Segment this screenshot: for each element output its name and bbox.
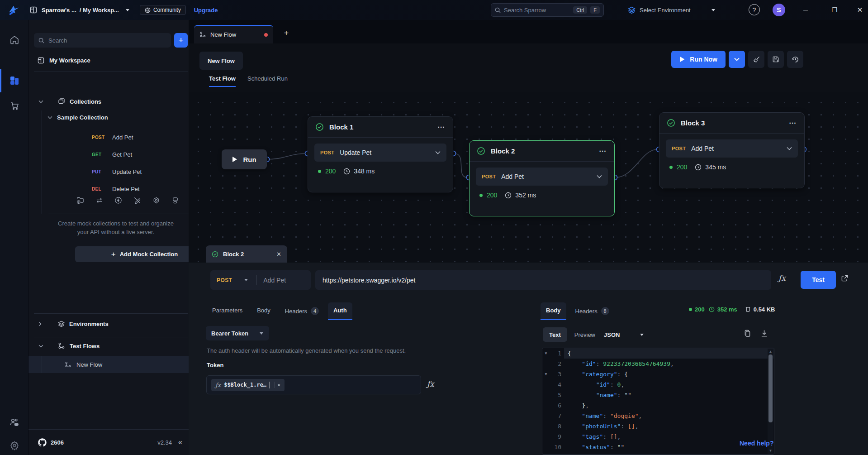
global-search-input[interactable]: Search Sparrow Ctrl F [491, 3, 604, 17]
robot-icon[interactable] [171, 196, 179, 204]
community-badge[interactable]: Community [140, 5, 186, 15]
collection-item[interactable]: Sample Collection [47, 114, 108, 121]
flow-block-1[interactable]: Block 1⋯POSTUpdate Pet200348 ms [308, 116, 453, 192]
url-dynamic-expression-button[interactable]: ƒx [778, 273, 786, 283]
block-request-selector[interactable]: POSTAdd Pet [666, 139, 798, 158]
fold-toggle-icon[interactable]: ▼ [542, 372, 550, 376]
token-expression-chip[interactable]: ƒx $$Block_1.re… ✕ [211, 379, 285, 391]
sidebar-search-input[interactable]: Search [34, 33, 171, 48]
run-options-button[interactable] [729, 51, 745, 68]
mode-preview[interactable]: Preview [573, 331, 597, 338]
workspace-title-row[interactable]: My Workspace [38, 57, 90, 64]
copy-icon[interactable] [744, 330, 751, 337]
collapse-sidebar-button[interactable]: « [178, 438, 182, 446]
block-request-selector[interactable]: POSTUpdate Pet [314, 144, 446, 162]
open-external-icon[interactable] [841, 275, 848, 282]
mode-text[interactable]: Text [543, 327, 567, 342]
request-tab-body[interactable]: Body [251, 302, 276, 319]
selected-block-chip[interactable]: Block 2 ✕ [206, 245, 287, 263]
request-item-delete-pet[interactable]: DELDelete Pet [92, 182, 140, 196]
flow-list-item-selected[interactable]: New Flow [28, 356, 189, 373]
avatar[interactable]: S [773, 4, 785, 16]
window-maximize-button[interactable]: ❐ [824, 0, 845, 20]
flow-block-3[interactable]: Block 3⋯POSTAdd Pet200345 ms [659, 112, 805, 188]
scroll-up-icon[interactable]: ▲ [768, 350, 773, 354]
collections-nav-button[interactable] [0, 71, 28, 91]
token-input[interactable]: ƒx $$Block_1.re… ✕ [206, 375, 421, 394]
run-now-button[interactable]: Run Now [671, 51, 726, 68]
token-expression-value: $$Block_1.re… [224, 382, 266, 388]
marketplace-nav-button[interactable] [0, 96, 28, 116]
block-menu-button[interactable]: ⋯ [437, 123, 446, 131]
request-tab-headers[interactable]: Headers4 [280, 302, 324, 321]
auth-type-selector[interactable]: Bearer Token [206, 326, 269, 340]
tab-scheduled-run[interactable]: Scheduled Run [247, 75, 288, 87]
save-button[interactable] [768, 51, 784, 68]
breadcrumb-workspace[interactable]: Sparrow's ... [42, 7, 76, 14]
divider [256, 275, 257, 285]
response-tab-body[interactable]: Body [541, 302, 566, 320]
layers-icon [628, 6, 636, 14]
response-tab-headers[interactable]: Headers8 [570, 302, 615, 321]
flow-name-chip[interactable]: New Flow [199, 52, 243, 70]
chevron-down-icon [734, 57, 740, 61]
download-icon[interactable] [761, 330, 768, 337]
request-item-get-pet[interactable]: GETGet Pet [92, 147, 132, 162]
flow-canvas[interactable]: Run Block 1⋯POSTUpdate Pet200348 msBlock… [189, 92, 868, 263]
history-button[interactable] [787, 51, 803, 68]
block-request-selector[interactable]: POSTAdd Pet [476, 168, 608, 186]
globe-icon [145, 7, 151, 13]
window-close-button[interactable]: ✕ [849, 0, 868, 20]
code-content: "tags": [], [568, 433, 621, 440]
test-flows-section-header[interactable]: Test Flows [38, 342, 100, 350]
breadcrumb-chevron-icon[interactable] [125, 9, 130, 12]
block-menu-button[interactable]: ⋯ [599, 147, 607, 155]
tab-label: Body [546, 307, 561, 314]
request-item-add-pet[interactable]: POSTAdd Pet [92, 130, 133, 145]
request-tab-auth[interactable]: Auth [328, 302, 352, 320]
github-stars[interactable]: 2606 [38, 438, 64, 447]
request-tab-parameters[interactable]: Parameters [207, 302, 248, 319]
response-body-editor[interactable]: ▼1{2 "id": 9223372036854764939,▼3 "categ… [542, 348, 774, 455]
new-tab-button[interactable]: + [280, 26, 293, 40]
token-dynamic-expression-button[interactable]: ƒx [427, 379, 434, 388]
community-nav-button[interactable] [0, 412, 28, 432]
clear-canvas-button[interactable] [748, 51, 764, 68]
window-minimize-button[interactable]: ─ [795, 0, 816, 20]
swap-arrows-icon[interactable] [95, 196, 103, 204]
bell-icon[interactable] [152, 196, 160, 204]
scroll-down-icon[interactable]: ▼ [768, 449, 773, 453]
request-item-update-pet[interactable]: PUTUpdate Pet [92, 164, 142, 179]
home-nav-button[interactable] [0, 30, 28, 50]
environment-selector[interactable]: Select Environment [628, 0, 716, 20]
gear-icon [9, 441, 19, 450]
need-help-link[interactable]: Need help? [740, 440, 773, 447]
mode-json[interactable]: JSON [602, 331, 621, 338]
test-button[interactable]: Test [801, 271, 836, 289]
chevron-down-icon[interactable] [640, 333, 644, 336]
tab-new-flow[interactable]: New Flow [194, 25, 273, 43]
new-item-button[interactable]: + [174, 33, 188, 48]
close-icon[interactable]: ✕ [276, 251, 281, 258]
method-selector[interactable]: POST Add Pet [210, 270, 311, 290]
run-node[interactable]: Run [222, 149, 267, 169]
upgrade-link[interactable]: Upgrade [194, 7, 218, 14]
scrollbar[interactable]: ▲ ▼ [768, 349, 773, 454]
fold-toggle-icon[interactable]: ▼ [542, 351, 550, 355]
help-button[interactable]: ? [749, 4, 760, 15]
remove-expression-icon[interactable]: ✕ [274, 382, 280, 388]
url-input[interactable]: https://petstore.swagger.io/v2/pet [315, 270, 771, 290]
tab-test-flow[interactable]: Test Flow [209, 75, 236, 87]
block-menu-button[interactable]: ⋯ [789, 119, 797, 127]
collections-section-header[interactable]: Collections [38, 98, 101, 105]
settings-nav-button[interactable] [0, 436, 28, 455]
environments-section-header[interactable]: Environments [38, 321, 109, 327]
request-name-field[interactable]: Add Pet [263, 277, 286, 284]
bolt-circle-icon[interactable] [114, 196, 122, 204]
chevron-down-icon [787, 147, 792, 150]
folder-add-icon[interactable] [76, 196, 84, 204]
pen-off-icon[interactable] [133, 196, 141, 204]
breadcrumb-path[interactable]: / My Worksp... [80, 7, 119, 14]
scrollbar-thumb[interactable] [768, 354, 773, 422]
flow-block-2[interactable]: Block 2⋯POSTAdd Pet200352 ms [469, 140, 615, 216]
